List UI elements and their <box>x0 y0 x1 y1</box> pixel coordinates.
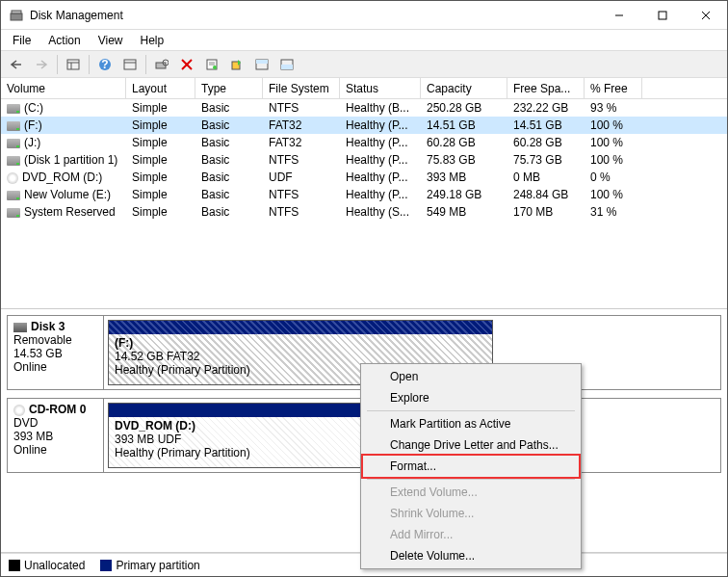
col-fs[interactable]: File System <box>263 78 340 98</box>
svg-rect-6 <box>67 60 79 69</box>
svg-rect-11 <box>124 60 136 69</box>
cd-icon <box>13 405 25 416</box>
volume-capacity: 393 MB <box>421 170 507 185</box>
volume-free: 0 MB <box>507 170 585 185</box>
volume-capacity: 549 MB <box>421 204 507 220</box>
volume-pct-free: 0 % <box>585 170 642 185</box>
toolbar-separator <box>145 55 146 74</box>
back-button[interactable] <box>5 54 28 75</box>
volume-list-pane[interactable]: Volume Layout Type File System Status Ca… <box>1 78 727 309</box>
volume-filesystem: FAT32 <box>263 118 340 133</box>
col-free[interactable]: Free Spa... <box>507 78 585 98</box>
disk-size: 393 MB <box>13 430 97 443</box>
volume-row[interactable]: New Volume (E:)SimpleBasicNTFSHealthy (P… <box>1 186 727 203</box>
volume-type: Basic <box>195 152 263 168</box>
menu-file[interactable]: File <box>5 32 39 49</box>
disk-kind: DVD <box>13 416 97 430</box>
toolbar-separator <box>89 55 90 74</box>
svg-point-20 <box>213 66 217 69</box>
legend-unallocated: Unallocated <box>9 559 85 572</box>
action-button[interactable] <box>225 54 248 75</box>
volume-row[interactable]: (C:)SimpleBasicNTFSHealthy (B...250.28 G… <box>1 99 727 117</box>
volume-free: 75.73 GB <box>507 152 585 168</box>
properties-button[interactable] <box>200 54 223 75</box>
volume-type: Basic <box>195 100 263 116</box>
minimize-button[interactable] <box>597 1 640 29</box>
drive-icon <box>7 121 20 131</box>
volume-status: Healthy (P... <box>340 152 421 168</box>
col-status[interactable]: Status <box>340 78 421 98</box>
volume-layout: Simple <box>126 170 195 185</box>
volume-filesystem: UDF <box>263 170 340 185</box>
volume-row[interactable]: System ReservedSimpleBasicNTFSHealthy (S… <box>1 203 727 221</box>
col-volume[interactable]: Volume <box>1 78 126 98</box>
view-bottom-button[interactable] <box>275 54 299 75</box>
col-type[interactable]: Type <box>195 78 263 98</box>
maximize-button[interactable] <box>640 1 684 29</box>
cm-open[interactable]: Open <box>363 366 579 387</box>
menu-view[interactable]: View <box>91 32 131 49</box>
disk-label[interactable]: Disk 3Removable14.53 GBOnline <box>8 316 104 389</box>
volume-capacity: 60.28 GB <box>421 135 507 150</box>
disk-state: Online <box>13 443 97 457</box>
menubar: File Action View Help <box>1 30 727 51</box>
cm-shrink: Shrink Volume... <box>363 503 579 524</box>
disk-name: CD-ROM 0 <box>29 403 86 416</box>
cm-explore[interactable]: Explore <box>363 387 579 408</box>
volume-free: 248.84 GB <box>507 187 585 202</box>
volume-name: (J:) <box>24 136 40 149</box>
menu-help[interactable]: Help <box>133 32 172 49</box>
volume-pct-free: 100 % <box>585 135 642 150</box>
volume-filesystem: NTFS <box>263 100 340 116</box>
disk-label[interactable]: CD-ROM 0DVD393 MBOnline <box>8 399 104 472</box>
cm-delete[interactable]: Delete Volume... <box>363 545 579 566</box>
disk-kind: Removable <box>13 333 97 347</box>
rescan-disks-button[interactable] <box>150 54 173 75</box>
svg-rect-25 <box>281 65 293 69</box>
volume-name: System Reserved <box>24 205 116 219</box>
show-hide-console-button[interactable] <box>62 54 85 75</box>
volume-status: Healthy (P... <box>340 135 421 150</box>
context-menu[interactable]: Open Explore Mark Partition as Active Ch… <box>360 363 582 569</box>
volume-row[interactable]: (F:)SimpleBasicFAT32Healthy (P...14.51 G… <box>1 117 727 134</box>
col-capacity[interactable]: Capacity <box>421 78 507 98</box>
forward-button[interactable] <box>30 54 53 75</box>
volume-pct-free: 31 % <box>585 204 642 220</box>
window-controls <box>597 1 727 29</box>
volume-row[interactable]: (Disk 1 partition 1)SimpleBasicNTFSHealt… <box>1 151 727 169</box>
volume-filesystem: NTFS <box>263 204 340 220</box>
close-button[interactable] <box>684 1 727 29</box>
legend-primary: Primary partition <box>100 559 199 572</box>
hdd-icon <box>13 323 27 332</box>
volume-layout: Simple <box>126 187 195 202</box>
dvd-icon <box>7 172 18 184</box>
volume-pct-free: 100 % <box>585 187 642 202</box>
volume-row[interactable]: (J:)SimpleBasicFAT32Healthy (P...60.28 G… <box>1 134 727 151</box>
volume-status: Healthy (P... <box>340 170 421 185</box>
volume-capacity: 249.18 GB <box>421 187 507 202</box>
volume-layout: Simple <box>126 100 195 116</box>
delete-button[interactable] <box>175 54 198 75</box>
help-button[interactable]: ? <box>93 54 117 75</box>
volume-filesystem: NTFS <box>263 152 340 168</box>
col-layout[interactable]: Layout <box>126 78 195 98</box>
app-icon <box>9 8 24 23</box>
drive-icon <box>7 191 20 200</box>
disk-name: Disk 3 <box>31 320 65 333</box>
view-top-button[interactable] <box>250 54 273 75</box>
volume-list-header: Volume Layout Type File System Status Ca… <box>1 78 727 99</box>
legend-swatch-unallocated <box>9 560 20 571</box>
cm-format[interactable]: Format... <box>361 454 581 479</box>
partition-header-bar <box>109 321 492 334</box>
svg-rect-0 <box>11 13 22 20</box>
menu-action[interactable]: Action <box>40 32 88 49</box>
cm-separator <box>367 479 575 480</box>
refresh-button[interactable] <box>118 54 142 75</box>
disk-state: Online <box>13 360 97 374</box>
volume-capacity: 14.51 GB <box>421 118 507 133</box>
cm-change-letter[interactable]: Change Drive Letter and Paths... <box>363 434 579 456</box>
titlebar: Disk Management <box>1 1 727 30</box>
volume-row[interactable]: DVD_ROM (D:)SimpleBasicUDFHealthy (P...3… <box>1 169 727 186</box>
cm-mark-active[interactable]: Mark Partition as Active <box>363 413 579 434</box>
col-pct[interactable]: % Free <box>585 78 642 98</box>
